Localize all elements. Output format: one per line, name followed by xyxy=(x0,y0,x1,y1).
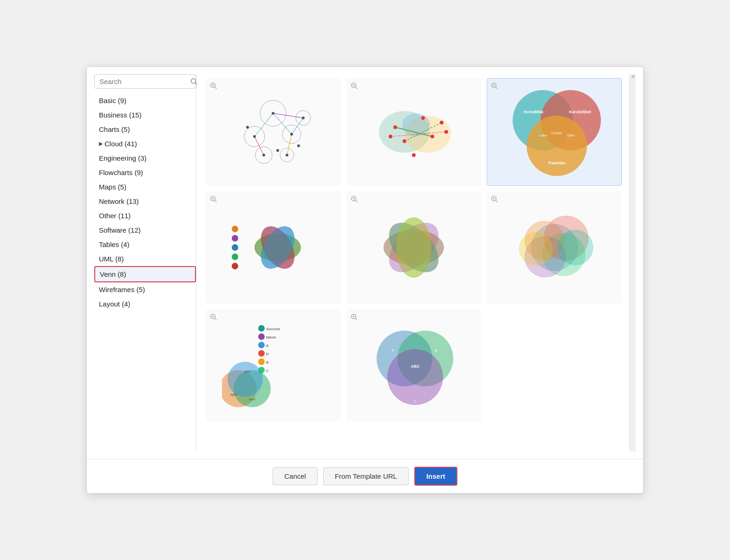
sidebar-item-label-business: Business (15) xyxy=(99,111,142,119)
sidebar-item-network[interactable]: Network (13) xyxy=(94,194,196,208)
dialog-body: Basic (9)Business (15)Charts (5)▶Cloud (… xyxy=(87,67,643,459)
search-input[interactable] xyxy=(99,78,188,85)
diagram-cell-8[interactable]: A B C ABC xyxy=(346,309,482,422)
svg-point-22 xyxy=(286,154,288,156)
svg-point-64 xyxy=(232,244,238,251)
sidebar-item-label-software: Software (12) xyxy=(99,226,141,234)
svg-point-23 xyxy=(302,117,305,119)
sidebar-item-engineering[interactable]: Engineering (3) xyxy=(94,151,196,165)
sidebar-item-flowcharts[interactable]: Flowcharts (9) xyxy=(94,165,196,180)
sidebar-item-other[interactable]: Other (11) xyxy=(94,208,196,223)
sidebar-item-charts[interactable]: Charts (5) xyxy=(94,122,196,137)
svg-point-24 xyxy=(246,126,249,129)
svg-point-51 xyxy=(527,116,587,176)
close-button[interactable]: × xyxy=(631,72,636,81)
svg-text:Lolke: Lolke xyxy=(539,134,547,137)
svg-point-26 xyxy=(297,144,300,147)
zoom-icon-7[interactable] xyxy=(210,313,217,321)
diagram-7-content: Success failure A D B C xyxy=(206,310,340,421)
svg-line-3 xyxy=(215,87,217,89)
svg-text:Karoluhbet: Karoluhbet xyxy=(569,110,591,114)
sidebar-item-wireframes[interactable]: Wireframes (5) xyxy=(94,282,196,297)
diagram-cell-6[interactable] xyxy=(487,191,622,304)
diagram-cell-7[interactable]: Success failure A D B C xyxy=(206,309,341,422)
svg-point-20 xyxy=(290,133,293,136)
svg-text:agile: agile xyxy=(230,393,237,397)
scrollbar[interactable] xyxy=(629,74,636,451)
svg-point-113 xyxy=(228,362,263,397)
svg-text:Center: Center xyxy=(551,131,562,135)
svg-line-16 xyxy=(273,113,303,118)
svg-point-39 xyxy=(403,139,406,143)
svg-line-17 xyxy=(292,118,303,134)
dialog: × Basic (9)Business (15)Charts (5)▶Cloud… xyxy=(86,66,644,494)
insert-button[interactable]: Insert xyxy=(414,467,457,486)
svg-point-83 xyxy=(396,217,431,278)
svg-text:ABC: ABC xyxy=(411,364,420,369)
svg-point-44 xyxy=(421,116,425,120)
svg-text:failure: failure xyxy=(266,335,276,339)
diagram-4-content xyxy=(206,192,340,303)
svg-point-41 xyxy=(389,135,392,138)
svg-text:B: B xyxy=(266,360,268,365)
zoom-icon-5[interactable] xyxy=(351,195,358,203)
svg-point-25 xyxy=(276,149,279,152)
diagram-5-content xyxy=(347,192,481,303)
diagram-cell-2[interactable] xyxy=(346,78,482,186)
sidebar-item-maps[interactable]: Maps (5) xyxy=(94,180,196,194)
sidebar-item-software[interactable]: Software (12) xyxy=(94,223,196,237)
svg-text:sync: sync xyxy=(249,397,256,401)
search-box xyxy=(94,74,196,89)
sidebar-item-layout[interactable]: Layout (4) xyxy=(94,297,196,311)
zoom-icon-4[interactable] xyxy=(210,195,217,203)
svg-point-43 xyxy=(412,153,416,157)
sidebar-item-cloud[interactable]: ▶Cloud (41) xyxy=(94,137,196,151)
sidebar-item-label-uml: UML (8) xyxy=(99,255,124,263)
sidebar-item-basic[interactable]: Basic (9) xyxy=(94,93,196,108)
sidebar-item-tables[interactable]: Tables (4) xyxy=(94,237,196,252)
sidebar-item-venn[interactable]: Venn (8) xyxy=(94,266,196,282)
diagram-cell-3[interactable]: Incredible Karoluhbet Traumbo Center Lol… xyxy=(487,78,622,186)
sidebar-item-label-tables: Tables (4) xyxy=(99,241,130,248)
svg-point-107 xyxy=(258,358,265,365)
from-template-url-button[interactable]: From Template URL xyxy=(323,467,409,485)
svg-line-15 xyxy=(287,134,292,155)
svg-point-37 xyxy=(393,125,397,129)
svg-text:Incredible: Incredible xyxy=(523,110,543,114)
sidebar-item-uml[interactable]: UML (8) xyxy=(94,252,196,266)
svg-point-101 xyxy=(258,333,265,340)
sidebar-item-business[interactable]: Business (15) xyxy=(94,108,196,122)
diagram-6-content xyxy=(487,192,621,303)
zoom-icon-8[interactable] xyxy=(351,313,358,321)
svg-point-94 xyxy=(519,232,553,266)
zoom-icon-6[interactable] xyxy=(491,195,498,203)
svg-point-123 xyxy=(387,349,443,405)
sidebar-item-label-basic: Basic (9) xyxy=(99,97,126,104)
svg-text:A: A xyxy=(266,344,269,348)
sidebar-item-label-charts: Charts (5) xyxy=(99,125,130,133)
svg-text:B: B xyxy=(435,348,437,352)
cancel-button[interactable]: Cancel xyxy=(273,467,318,485)
svg-text:C: C xyxy=(414,399,417,404)
svg-line-12 xyxy=(254,113,273,137)
zoom-icon-2[interactable] xyxy=(351,82,358,90)
diagram-2-content xyxy=(347,78,481,185)
zoom-icon-1[interactable] xyxy=(210,82,217,90)
svg-text:Traumbo: Traumbo xyxy=(548,161,566,165)
sidebar-item-label-cloud: Cloud (41) xyxy=(104,140,137,148)
svg-text:plan: plan xyxy=(244,370,250,373)
diagram-cell-5[interactable] xyxy=(346,191,482,304)
diagram-1-content xyxy=(206,78,340,185)
svg-point-63 xyxy=(232,235,238,241)
svg-text:Olien: Olien xyxy=(567,134,574,137)
svg-line-28 xyxy=(355,87,357,89)
zoom-icon-3[interactable] xyxy=(491,82,498,90)
svg-text:C: C xyxy=(266,369,269,373)
svg-text:A: A xyxy=(391,348,394,352)
diagram-cell-4[interactable] xyxy=(206,191,341,304)
svg-point-33 xyxy=(402,113,430,137)
svg-text:D: D xyxy=(266,352,269,356)
diagram-cell-1[interactable] xyxy=(206,78,341,186)
svg-line-118 xyxy=(355,319,357,320)
diagram-8-content: A B C ABC xyxy=(347,310,481,421)
